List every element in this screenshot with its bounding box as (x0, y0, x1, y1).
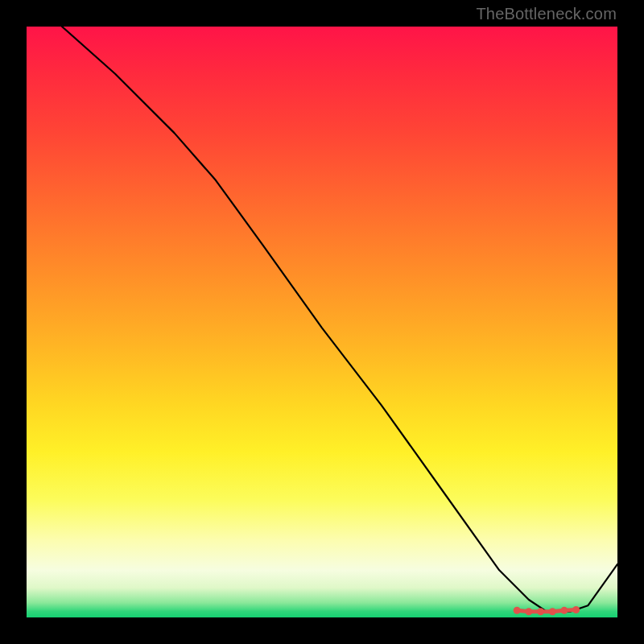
marker-group (514, 606, 580, 615)
watermark-text: TheBottleneck.com (476, 5, 617, 23)
chart-frame: TheBottleneck.com (0, 0, 644, 644)
marker-dot (514, 607, 521, 614)
plot-area (27, 27, 617, 617)
marker-dot (572, 606, 580, 613)
marker-dot (549, 608, 556, 615)
marker-dot (560, 607, 568, 614)
marker-dot (537, 608, 544, 615)
chart-svg (27, 27, 617, 617)
line-series (62, 27, 617, 612)
curve-line (62, 27, 617, 612)
marker-dot (525, 608, 532, 615)
